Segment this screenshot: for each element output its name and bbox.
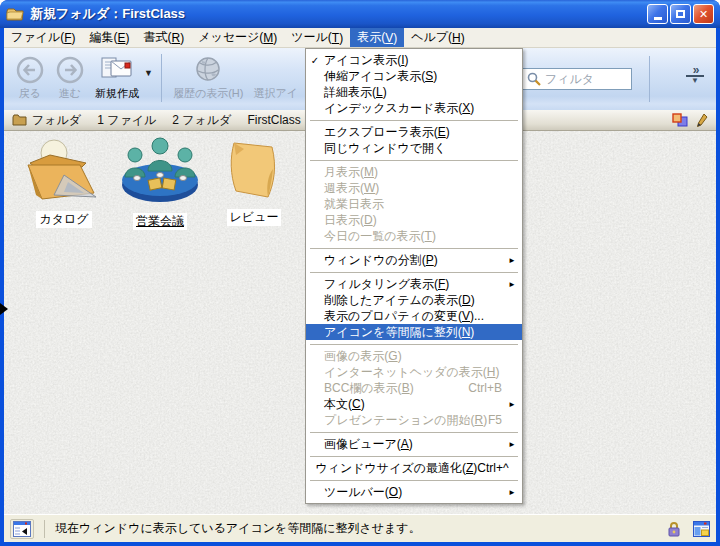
toolbar-overflow-chevron[interactable]: »▼ [686,66,704,85]
menubar-item[interactable]: ヘルプ(H) [404,28,472,47]
menu-item-label: 詳細表示(L) [324,84,502,101]
menu-item-label: 削除したアイテムの表示(D) [324,292,502,309]
menu-item[interactable]: 伸縮アイコン表示(S) [306,68,522,84]
menu-item[interactable]: 本文(C)► [306,396,522,412]
pencil-icon[interactable] [696,113,708,128]
menu-item[interactable]: プレゼンテーションの開始(R)F5 [306,412,522,428]
desktop-icon-label: レビュー [227,209,282,226]
menu-separator [310,344,518,345]
infobar-folder-count: 2 フォルダ [172,112,231,129]
menu-item[interactable]: ツールバー(O)► [306,484,522,500]
menu-item[interactable]: 同じウィンドウで開く [306,140,522,156]
menu-item[interactable]: ウィンドウサイズの最適化(Z)Ctrl+^ [306,460,522,476]
menu-separator [310,120,518,121]
history-globe-icon [192,54,224,86]
desktop-icon-meeting[interactable]: 営業会議 [112,133,208,230]
menu-item-label: 画像ビューア(A) [324,436,502,453]
menu-item[interactable]: 今日の一覧の表示(T) [306,228,522,244]
maximize-button[interactable] [670,4,691,24]
menu-item-label: 日表示(D) [324,212,502,229]
forward-label: 進む [59,86,81,101]
toolbar-separator [649,56,650,102]
menu-item[interactable]: インデックスカード表示(X) [306,100,522,116]
filter-input[interactable] [545,72,625,86]
window-folder-icon [6,7,24,21]
filter-box [522,68,632,90]
menu-item[interactable]: ✓アイコン表示(I) [306,52,522,68]
window-status-icon[interactable] [693,521,710,537]
menubar-item[interactable]: ツール(T) [284,28,350,47]
panel-toggle-button[interactable] [10,519,34,539]
menubar-item[interactable]: ファイル(F) [4,28,82,47]
back-label: 戻る [19,86,41,101]
menu-item-label: 今日の一覧の表示(T) [324,228,502,245]
menu-item-label: 表示のプロパティの変更(V)... [324,308,502,325]
menubar-item[interactable]: 編集(E) [82,28,136,47]
menu-item[interactable]: 画像の表示(G) [306,348,522,364]
statusbar-separator [44,520,45,538]
check-icon: ✓ [306,55,324,66]
menu-separator [310,160,518,161]
meeting-conference-icon [115,133,205,207]
menu-item-label: プレゼンテーションの開始(R) [324,412,488,429]
menu-item-label: 就業日表示 [324,196,502,213]
menubar-item[interactable]: 書式(R) [136,28,191,47]
split-pane-arrow[interactable] [0,303,8,315]
menu-item[interactable]: 就業日表示 [306,196,522,212]
forward-button[interactable]: 進む [50,52,90,103]
new-message-button[interactable]: 新規作成 [90,52,144,103]
menu-separator [310,480,518,481]
minimize-button[interactable] [647,4,668,24]
menu-item[interactable]: 詳細表示(L) [306,84,522,100]
menu-item[interactable]: インターネットヘッダの表示(H) [306,364,522,380]
panel-toggle-icon [13,521,31,537]
menu-item-label: BCC欄の表示(B) [324,380,468,397]
back-button[interactable]: 戻る [10,52,50,103]
menu-item[interactable]: 表示のプロパティの変更(V)... [306,308,522,324]
menu-item[interactable]: BCC欄の表示(B)Ctrl+B [306,380,522,396]
select-items-button[interactable]: 選択アイ [248,52,303,103]
history-button[interactable]: 履歴の表示(H) [168,52,249,103]
menu-item-label: アイコンを等間隔に整列(N) [324,324,502,341]
menu-item[interactable]: 削除したアイテムの表示(D) [306,292,522,308]
menu-item-shortcut: Ctrl+^ [477,461,508,475]
menu-item-shortcut: Ctrl+B [468,381,502,395]
infobar-type-label: フォルダ [32,112,81,129]
menu-item[interactable]: 画像ビューア(A)► [306,436,522,452]
menu-item-label: ウィンドウの分割(P) [324,252,502,269]
menubar-item[interactable]: メッセージ(M) [191,28,284,47]
toolbar-separator [161,54,162,102]
infobar-file-count: 1 ファイル [97,112,156,129]
menu-item-shortcut: F5 [488,413,502,427]
menu-item[interactable]: アイコンを等間隔に整列(N) [306,324,522,340]
review-document-icon [222,139,286,203]
menu-item[interactable]: エクスプローラ表示(E) [306,124,522,140]
menu-item-label: アイコン表示(I) [324,52,502,69]
menubar-item[interactable]: 表示(V) [350,28,404,47]
menu-item[interactable]: フィルタリング表示(F)► [306,276,522,292]
menu-item[interactable]: 日表示(D) [306,212,522,228]
menu-item[interactable]: 週表示(W) [306,180,522,196]
close-button[interactable]: ✕ [693,4,714,24]
history-label: 履歴の表示(H) [173,86,244,101]
menu-separator [310,456,518,457]
title-bar: 新規フォルダ：FirstClass ✕ [0,0,720,28]
layout-squares-icon[interactable] [672,113,688,127]
desktop-icon-catalog[interactable]: カタログ [16,137,112,228]
menu-separator [310,248,518,249]
folder-type-icon [12,114,27,126]
statusbar-message: 現在ウィンドウに表示しているアイコンを等間隔に整列させます。 [55,520,421,537]
desktop-icon-review[interactable]: レビュー [206,139,302,226]
new-message-dropdown-arrow[interactable]: ▼ [144,68,153,78]
select-items-label: 選択アイ [253,86,298,101]
lock-icon [667,521,681,537]
desktop-icon-label: カタログ [36,211,91,228]
menu-bar: ファイル(F)編集(E)書式(R)メッセージ(M)ツール(T)表示(V)ヘルプ(… [4,28,716,48]
submenu-arrow-icon: ► [508,488,522,497]
menu-item-label: 画像の表示(G) [324,348,502,365]
menu-item-label: 伸縮アイコン表示(S) [324,68,502,85]
menu-item[interactable]: ウィンドウの分割(P)► [306,252,522,268]
submenu-arrow-icon: ► [508,280,522,289]
menu-item[interactable]: 月表示(M) [306,164,522,180]
submenu-arrow-icon: ► [508,256,522,265]
